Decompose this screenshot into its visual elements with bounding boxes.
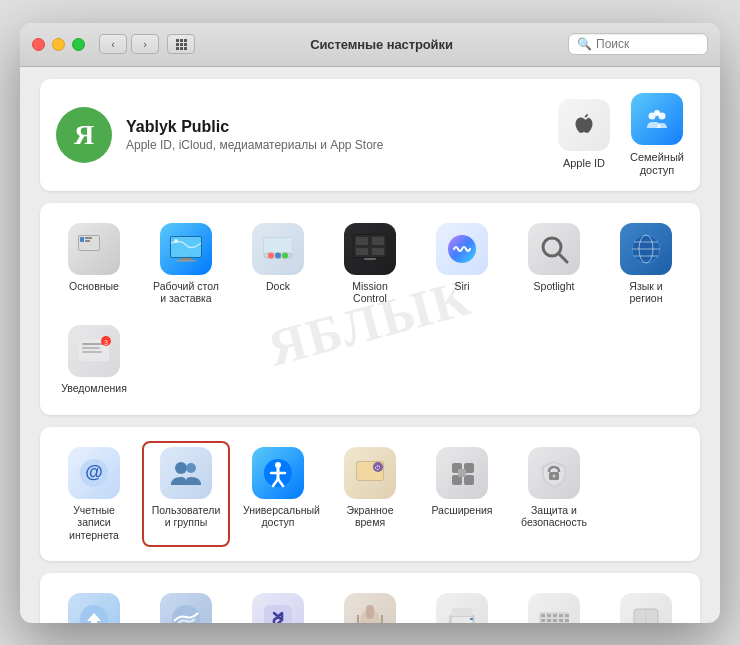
keyboard-icon (528, 593, 580, 622)
svg-rect-38 (82, 351, 102, 353)
section1-grid: Основные Рабочий столи за (50, 217, 690, 401)
icon-item-spotlight[interactable]: Spotlight (510, 217, 598, 311)
accounts-icon: @ (68, 447, 120, 499)
osnovnye-icon (68, 223, 120, 275)
svg-point-61 (553, 474, 556, 477)
svg-rect-37 (82, 347, 100, 349)
svg-point-44 (186, 463, 196, 473)
svg-rect-78 (553, 614, 557, 617)
svg-rect-80 (565, 614, 569, 617)
icon-item-desktop[interactable]: Рабочий столи заставка (142, 217, 230, 311)
svg-rect-67 (366, 605, 374, 619)
svg-rect-23 (356, 248, 368, 255)
family-action[interactable]: Семейныйдоступ (630, 93, 684, 177)
svg-rect-84 (559, 619, 563, 622)
icon-item-screen[interactable]: ⏱ Экранноевремя (326, 441, 414, 548)
desktop-icon (160, 223, 212, 275)
icon-item-lang[interactable]: Язык ирегион (602, 217, 690, 311)
apple-id-icon (558, 99, 610, 151)
icon-item-sound[interactable]: Звук (326, 587, 414, 622)
icon-item-extensions[interactable]: Расширения (418, 441, 506, 548)
icon-item-keyboard[interactable]: Клавиатура (510, 587, 598, 622)
spotlight-label: Spotlight (534, 280, 575, 293)
icon-item-osnovnye[interactable]: Основные (50, 217, 138, 311)
screen-label: Экранноевремя (346, 504, 393, 529)
dock-icon (252, 223, 304, 275)
section2-grid: @ Учетные записиинтернета Пользовате (50, 441, 690, 548)
icon-item-accounts[interactable]: @ Учетные записиинтернета (50, 441, 138, 548)
svg-rect-72 (452, 608, 472, 616)
svg-rect-24 (372, 248, 384, 255)
icon-item-universal[interactable]: Универсальныйдоступ (234, 441, 322, 548)
search-box[interactable]: 🔍 (568, 33, 708, 55)
svg-text:@: @ (85, 462, 103, 482)
profile-subtitle: Apple ID, iCloud, медиаматериалы и App S… (126, 138, 384, 152)
svg-rect-59 (458, 469, 466, 477)
icon-item-users[interactable]: Пользователии группы (142, 441, 230, 548)
svg-rect-21 (356, 237, 368, 245)
grid-view-button[interactable] (167, 34, 195, 54)
icon-item-trackpad[interactable]: Трекпад (602, 587, 690, 622)
svg-point-16 (268, 252, 274, 258)
svg-rect-11 (180, 258, 192, 260)
svg-point-18 (282, 252, 288, 258)
profile-left: Я Yablyk Public Apple ID, iCloud, медиам… (56, 107, 384, 163)
close-button[interactable] (32, 38, 45, 51)
notif-label: Уведомления (61, 382, 127, 395)
universal-label: Универсальныйдоступ (243, 504, 313, 529)
section-hardware: ОбновлениеПО Сеть (40, 573, 700, 622)
bluetooth-icon (252, 593, 304, 622)
osnovnye-label: Основные (69, 280, 119, 293)
svg-text:3: 3 (104, 339, 108, 346)
icon-item-notif[interactable]: 3 Уведомления (50, 319, 138, 401)
profile-actions: Apple ID Семейныйдоступ (558, 93, 684, 177)
lang-label: Язык ирегион (629, 280, 662, 305)
svg-rect-85 (565, 619, 569, 622)
svg-point-17 (275, 252, 281, 258)
profile-name: Yablyk Public (126, 118, 384, 136)
svg-line-28 (559, 254, 567, 262)
svg-rect-81 (541, 619, 545, 622)
siri-icon (436, 223, 488, 275)
extensions-label: Расширения (431, 504, 492, 517)
mission-icon (344, 223, 396, 275)
svg-rect-77 (547, 614, 551, 617)
back-button[interactable]: ‹ (99, 34, 127, 54)
users-label: Пользователии группы (152, 504, 221, 529)
svg-text:⏱: ⏱ (375, 465, 381, 471)
search-icon: 🔍 (577, 37, 592, 51)
security-label: Защита ибезопасность (521, 504, 587, 529)
section-desktop: Основные Рабочий столи за (40, 203, 700, 415)
svg-rect-82 (547, 619, 551, 622)
maximize-button[interactable] (72, 38, 85, 51)
icon-item-siri[interactable]: Siri (418, 217, 506, 311)
svg-rect-6 (85, 237, 92, 239)
icon-item-bluetooth[interactable]: Bluetooth (234, 587, 322, 622)
svg-rect-22 (372, 237, 384, 245)
icon-item-update[interactable]: ОбновлениеПО (50, 587, 138, 622)
icon-item-dock[interactable]: Dock (234, 217, 322, 311)
apple-id-action[interactable]: Apple ID (558, 99, 610, 170)
section-users: @ Учетные записиинтернета Пользовате (40, 427, 700, 562)
window-title: Системные настройки (195, 37, 568, 52)
search-input[interactable] (596, 37, 699, 51)
svg-rect-76 (541, 614, 545, 617)
icon-item-mission[interactable]: MissionControl (326, 217, 414, 311)
avatar[interactable]: Я (56, 107, 112, 163)
profile-section: Я Yablyk Public Apple ID, iCloud, медиам… (40, 79, 700, 191)
forward-button[interactable]: › (131, 34, 159, 54)
family-label: Семейныйдоступ (630, 151, 684, 177)
svg-point-43 (175, 462, 187, 474)
icon-item-network[interactable]: Сеть (142, 587, 230, 622)
icon-item-security[interactable]: Защита ибезопасность (510, 441, 598, 548)
svg-rect-79 (559, 614, 563, 617)
svg-rect-71 (452, 617, 472, 622)
traffic-lights (32, 38, 85, 51)
apple-id-label: Apple ID (563, 157, 605, 170)
users-icon (160, 447, 212, 499)
icon-item-printers[interactable]: Принтеры исканеры (418, 587, 506, 622)
screen-icon: ⏱ (344, 447, 396, 499)
universal-icon (252, 447, 304, 499)
dock-label: Dock (266, 280, 290, 293)
minimize-button[interactable] (52, 38, 65, 51)
